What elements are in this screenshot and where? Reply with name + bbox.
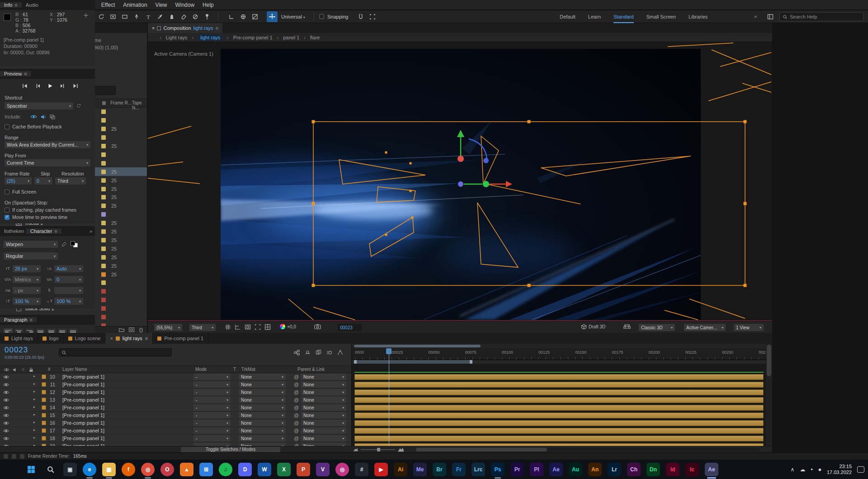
layer-duration-bar[interactable] <box>354 374 764 380</box>
layer-duration-bar[interactable] <box>354 405 764 411</box>
graph-editor-icon[interactable] <box>335 348 344 356</box>
expand-arrow-icon[interactable]: ▸ <box>33 420 35 424</box>
puppet-pin-tool-icon[interactable] <box>202 11 212 22</box>
transparency-grid-icon[interactable] <box>264 324 271 330</box>
preview-tab[interactable]: Preview≡ <box>0 71 31 76</box>
close-icon[interactable]: × <box>110 336 113 341</box>
breadcrumb-item[interactable]: ‹ Pre-comp panel 1 <box>227 35 273 40</box>
skip-dropdown[interactable]: 0▾ <box>34 177 52 185</box>
time-ruler[interactable]: 0000000250005000075001000012500150001750… <box>352 348 766 360</box>
time-navigator-thumb[interactable] <box>354 345 481 347</box>
shape-tool-icon[interactable] <box>119 11 130 22</box>
character-animator-icon[interactable]: Ch <box>627 460 641 479</box>
audition-icon[interactable]: Au <box>569 460 582 479</box>
first-frame-icon[interactable] <box>21 82 29 90</box>
include-overlays-icon[interactable] <box>50 114 55 119</box>
dimension-icon[interactable]: Dn <box>646 460 660 479</box>
layer-name[interactable]: [Pre-comp panel 1] <box>62 420 104 426</box>
view-camera-dropdown[interactable]: Active Camer...▾ <box>684 324 726 331</box>
pick-whip-icon[interactable]: @ <box>294 389 299 395</box>
microsoft-store-icon[interactable]: ⊞ <box>199 460 213 479</box>
range-dropdown[interactable]: Work Area Extended By Current...▾ <box>5 141 90 148</box>
label-color-chip[interactable] <box>101 238 106 242</box>
layer-visibility-icon[interactable] <box>3 413 9 417</box>
frame-rate-dropdown[interactable]: (25)▾ <box>5 177 32 185</box>
timeline-tab[interactable]: × logo ≡ <box>38 333 64 344</box>
pick-whip-icon[interactable]: @ <box>294 397 299 403</box>
layer-name[interactable]: [Pre-comp panel 1] <box>62 413 104 418</box>
work-area-start-handle[interactable] <box>354 360 357 364</box>
media-encoder-icon[interactable]: Me <box>413 460 427 479</box>
timeline-layer-row[interactable]: ▸ 18 [Pre-comp panel 1] -▾ None▾ @ None▾ <box>0 435 351 442</box>
leading-dropdown[interactable]: Auto▾ <box>54 265 83 272</box>
new-composition-icon[interactable] <box>129 327 134 332</box>
label-color-chip[interactable] <box>101 170 106 174</box>
roto-brush-tool-icon[interactable] <box>190 11 201 22</box>
timeline-layer-row[interactable]: ▸ 14 [Pre-comp panel 1] -▾ None▾ @ None▾ <box>0 404 351 412</box>
label-color-chip[interactable] <box>101 221 106 225</box>
timeline-horizontal-scrollbar[interactable] <box>416 448 760 451</box>
layer-duration-bar[interactable] <box>354 397 764 403</box>
after-effects-icon[interactable]: Ae <box>549 460 563 479</box>
current-time-indicator-line[interactable] <box>389 348 389 446</box>
timeline-layer-row[interactable]: ▸ 19 [Pre-comp panel 1] -▾ None▾ @ None▾ <box>0 442 351 446</box>
blend-mode-dropdown[interactable]: -▾ <box>193 435 231 441</box>
layer-visibility-icon[interactable] <box>3 390 9 394</box>
blend-mode-dropdown[interactable]: -▾ <box>193 374 231 380</box>
composition-panel-tab[interactable]: × Composition light rays ≡ <box>148 23 222 33</box>
blend-mode-dropdown[interactable]: -▾ <box>193 420 231 426</box>
label-color-chip[interactable] <box>101 161 106 166</box>
magnification-dropdown[interactable]: (55,5%)▾ <box>154 324 182 331</box>
pick-whip-icon[interactable]: @ <box>294 428 299 433</box>
grid-guides-icon[interactable] <box>225 324 231 330</box>
info-tab[interactable]: Info≡ <box>0 2 22 8</box>
track-matte-dropdown[interactable]: None▾ <box>239 381 286 388</box>
play-icon[interactable] <box>46 82 54 90</box>
type-tool-icon[interactable]: T <box>143 11 154 22</box>
label-color-chip[interactable] <box>101 247 106 251</box>
blend-mode-dropdown[interactable]: -▾ <box>193 381 231 388</box>
help-search[interactable] <box>779 12 863 21</box>
renderer-dropdown[interactable]: Classic 3D▾ <box>639 324 675 331</box>
layer-duration-bar[interactable] <box>354 389 764 395</box>
include-video-icon[interactable] <box>30 114 37 119</box>
label-color-chip[interactable] <box>101 152 106 157</box>
search-icon[interactable] <box>44 460 57 479</box>
parent-dropdown[interactable]: None▾ <box>301 389 346 395</box>
layer-visibility-icon[interactable] <box>3 436 9 441</box>
menu-item[interactable]: Animation <box>119 2 151 8</box>
track-matte-dropdown[interactable]: None▾ <box>239 404 286 411</box>
blend-mode-dropdown[interactable]: -▾ <box>193 443 231 446</box>
local-axis-mode-icon[interactable] <box>226 11 237 22</box>
label-color-chip[interactable] <box>101 187 106 191</box>
timeline-tab[interactable]: × Logo scene ≡ <box>64 333 106 344</box>
task-view-icon[interactable]: ▣ <box>63 460 77 479</box>
layer-color-chip[interactable] <box>42 436 46 441</box>
layer-color-chip[interactable] <box>42 382 46 387</box>
file-explorer-icon[interactable]: ▦ <box>102 460 116 479</box>
parent-dropdown[interactable]: None▾ <box>301 420 346 426</box>
toggle-switches-modes-button[interactable]: Toggle Switches / Modes <box>181 447 280 452</box>
track-matte-dropdown[interactable]: None▾ <box>239 420 286 426</box>
pick-whip-icon[interactable]: @ <box>294 413 299 418</box>
edge-icon[interactable]: e <box>83 460 96 479</box>
expand-arrow-icon[interactable]: ▸ <box>33 382 35 386</box>
blend-mode-dropdown[interactable]: -▾ <box>193 397 231 403</box>
pick-whip-icon[interactable]: @ <box>294 374 299 379</box>
label-color-chip[interactable] <box>101 306 106 311</box>
indesign-icon[interactable]: Id <box>666 460 679 479</box>
zoom-slider[interactable] <box>361 449 395 450</box>
panel-menu-icon[interactable]: ≡ <box>145 336 148 341</box>
expand-arrow-icon[interactable]: ▸ <box>33 436 35 440</box>
track-matte-dropdown[interactable]: None▾ <box>239 443 286 446</box>
snapping-checkbox[interactable] <box>319 14 324 19</box>
breadcrumb-item[interactable]: ‹ flare <box>304 35 320 40</box>
taskbar-clock[interactable]: 23:15 17.03.2022 <box>827 464 852 475</box>
layer-visibility-icon[interactable] <box>3 406 9 410</box>
mask-visibility-icon[interactable] <box>245 324 251 330</box>
next-frame-icon[interactable] <box>59 82 67 90</box>
layer-color-chip[interactable] <box>42 375 46 379</box>
status-icon[interactable] <box>4 454 8 459</box>
workspace-tab[interactable]: Default <box>560 14 576 19</box>
help-search-input[interactable] <box>790 14 853 19</box>
